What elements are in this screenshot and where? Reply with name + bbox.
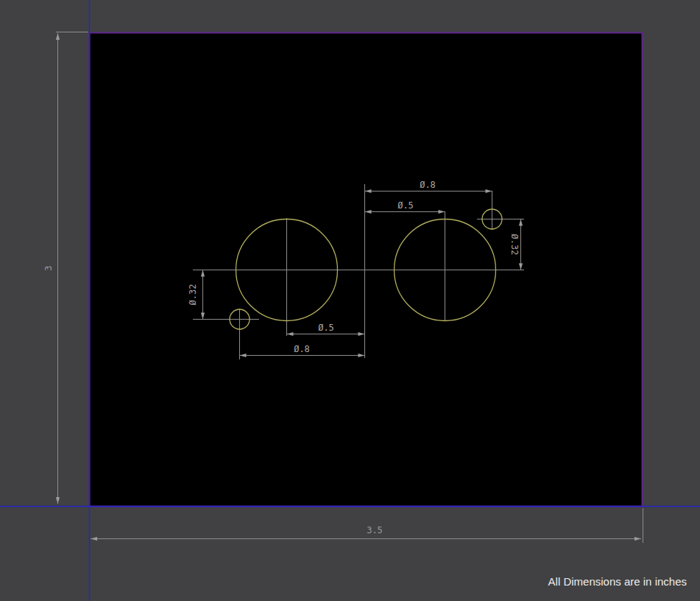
dim-label-plate-width: 3.5 <box>367 525 383 535</box>
dim-label-right-hole: Ø.32 <box>509 234 520 256</box>
dim-label-bottom-small-hole: Ø.8 <box>294 344 310 354</box>
dim-label-plate-height: 3 <box>43 265 54 270</box>
units-note: All Dimensions are in inches <box>548 575 687 588</box>
dim-label-top-large-hole: Ø.5 <box>397 200 414 211</box>
dim-label-top-small-hole: Ø.8 <box>420 180 436 190</box>
dim-label-left-hole: Ø.32 <box>188 284 198 306</box>
cad-viewport[interactable]: 3 3.5 Ø.8 Ø.5 Ø.32 <box>0 0 700 601</box>
dim-label-bottom-large-hole: Ø.5 <box>318 323 334 333</box>
cad-drawing-canvas[interactable]: 3 3.5 Ø.8 Ø.5 Ø.32 <box>0 0 700 601</box>
